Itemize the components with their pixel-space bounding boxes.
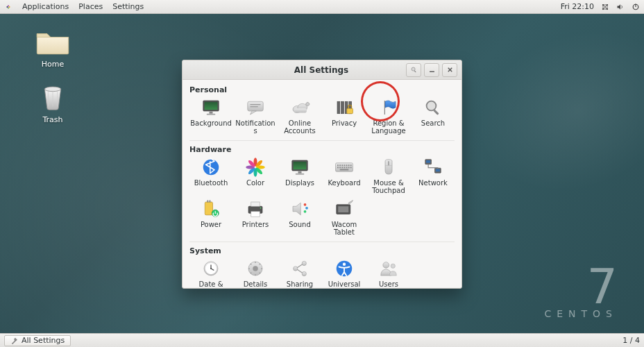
- window-titlebar[interactable]: All Settings: [183, 60, 461, 80]
- background-icon: [201, 97, 221, 118]
- mouse-icon: [378, 157, 399, 178]
- centos-logo-icon: [4, 3, 12, 11]
- minimize-button[interactable]: [424, 63, 439, 77]
- settings-item-notifications[interactable]: Notifications: [234, 96, 277, 136]
- settings-item-color[interactable]: Color: [234, 155, 277, 196]
- search-button[interactable]: [406, 63, 421, 77]
- notifications-icon: [245, 97, 266, 118]
- settings-item-sharing[interactable]: Sharing: [278, 257, 321, 288]
- wrench-icon: [10, 337, 19, 345]
- settings-item-date-time[interactable]: Date & Time: [189, 257, 232, 288]
- clock-icon: [201, 258, 221, 279]
- close-button[interactable]: [442, 63, 457, 77]
- window-title: All Settings: [187, 65, 403, 75]
- settings-item-bluetooth[interactable]: Bluetooth: [189, 155, 232, 196]
- search-icon: [423, 97, 443, 118]
- top-panel: Applications Places Settings Fri 22:10: [0, 0, 644, 14]
- taskbar-button-label: All Settings: [22, 336, 65, 345]
- settings-item-privacy[interactable]: Privacy: [323, 96, 366, 136]
- settings-item-background[interactable]: Background: [189, 96, 232, 136]
- color-icon: [245, 157, 266, 178]
- printers-icon: [245, 198, 266, 219]
- sharing-icon: [289, 258, 310, 279]
- section-head-personal: Personal: [189, 83, 455, 96]
- network-tray-icon[interactable]: [601, 3, 609, 11]
- settings-item-users[interactable]: Users: [367, 257, 410, 288]
- power-tray-icon[interactable]: [632, 3, 640, 11]
- bluetooth-icon: [201, 157, 221, 178]
- section-head-hardware: Hardware: [189, 142, 455, 155]
- desktop-icon-label: Trash: [25, 115, 80, 124]
- desktop-icon-label: Home: [25, 60, 80, 69]
- displays-icon: [289, 157, 310, 178]
- desktop-wallpaper: 7 CENTOS Home Trash All Settings Persona…: [0, 0, 644, 347]
- settings-item-region-language[interactable]: Region & Language: [367, 96, 410, 136]
- settings-item-online-accounts[interactable]: Online Accounts: [278, 96, 321, 136]
- users-icon: [378, 258, 399, 279]
- settings-item-wacom[interactable]: Wacom Tablet: [323, 197, 366, 237]
- tablet-icon: [334, 198, 355, 219]
- privacy-icon: [334, 97, 355, 118]
- settings-item-displays[interactable]: Displays: [278, 155, 321, 196]
- panel-clock[interactable]: Fri 22:10: [561, 2, 594, 11]
- menu-settings[interactable]: Settings: [112, 2, 144, 11]
- desktop-icon-trash[interactable]: Trash: [25, 82, 80, 124]
- settings-item-sound[interactable]: Sound: [278, 197, 321, 237]
- flag-icon: [378, 97, 399, 118]
- svg-rect-85: [430, 71, 434, 72]
- settings-item-printers[interactable]: Printers: [234, 197, 277, 237]
- keyboard-icon: [334, 157, 355, 178]
- settings-item-mouse-touchpad[interactable]: Mouse & Touchpad: [367, 155, 410, 196]
- settings-window: All Settings Personal Background Notific…: [182, 60, 462, 289]
- menu-places[interactable]: Places: [78, 2, 103, 11]
- section-head-system: System: [189, 244, 455, 257]
- settings-item-keyboard[interactable]: Keyboard: [323, 155, 366, 196]
- online-accounts-icon: [289, 97, 310, 118]
- network-icon: [423, 157, 443, 178]
- settings-item-search[interactable]: Search: [412, 96, 455, 136]
- sound-icon: [289, 198, 310, 219]
- settings-item-universal-access[interactable]: Universal Access: [323, 257, 366, 288]
- power-icon: [201, 198, 221, 219]
- bottom-panel: All Settings 1 / 4: [0, 333, 644, 347]
- folder-icon: [35, 26, 71, 57]
- workspace-indicator[interactable]: 1 / 4: [622, 336, 640, 345]
- menu-applications[interactable]: Applications: [22, 2, 69, 11]
- desktop-icon-home[interactable]: Home: [25, 26, 80, 69]
- details-icon: [245, 258, 266, 279]
- accessibility-icon: [334, 258, 355, 279]
- settings-body: Personal Background Notifications Online…: [183, 80, 461, 288]
- volume-tray-icon[interactable]: [616, 3, 625, 11]
- settings-item-network[interactable]: Network: [412, 155, 455, 196]
- settings-item-power[interactable]: Power: [189, 197, 232, 237]
- centos-brand: 7 CENTOS: [544, 270, 618, 319]
- taskbar-button-all-settings[interactable]: All Settings: [4, 335, 71, 346]
- settings-item-details[interactable]: Details: [234, 257, 277, 288]
- trash-icon: [35, 82, 71, 112]
